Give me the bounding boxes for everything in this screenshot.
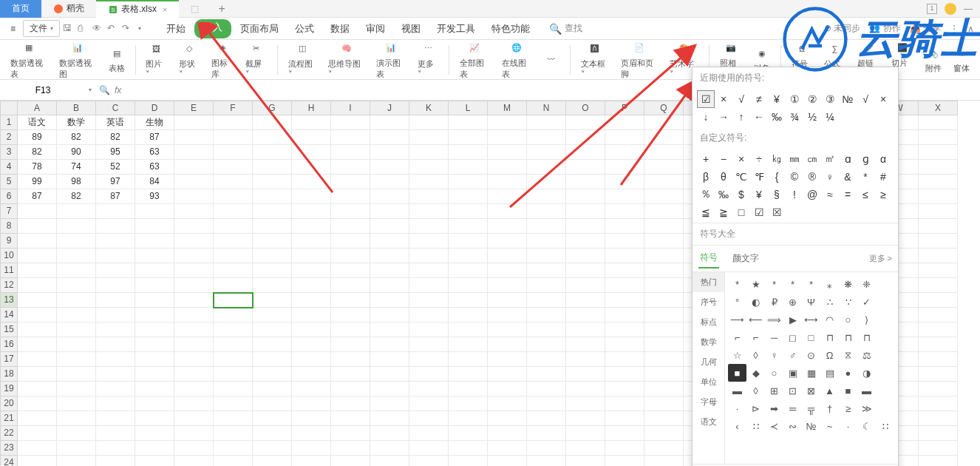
cell-Q20[interactable] bbox=[644, 396, 684, 411]
cell-F1[interactable] bbox=[214, 115, 253, 130]
cell-F20[interactable] bbox=[214, 396, 253, 411]
cell-A3[interactable]: 82 bbox=[18, 145, 57, 160]
custom-symbol-0[interactable]: + bbox=[697, 150, 715, 168]
sp-grid-7-2[interactable]: ➡ bbox=[765, 399, 783, 417]
cell-N19[interactable] bbox=[527, 382, 566, 396]
cell-X6[interactable] bbox=[919, 189, 958, 204]
cell-I24[interactable] bbox=[331, 456, 370, 466]
cell-G24[interactable] bbox=[253, 456, 292, 466]
cell-L4[interactable] bbox=[449, 160, 488, 175]
cell-F19[interactable] bbox=[214, 382, 253, 396]
row-header-11[interactable]: 11 bbox=[0, 263, 18, 278]
cell-Q8[interactable] bbox=[644, 219, 684, 234]
cell-O3[interactable] bbox=[566, 145, 605, 160]
sp-grid-7-6[interactable]: ≥ bbox=[839, 399, 857, 417]
cell-M15[interactable] bbox=[488, 323, 527, 337]
cell-D10[interactable] bbox=[135, 249, 174, 263]
cell-J11[interactable] bbox=[370, 263, 409, 278]
row-header-15[interactable]: 15 bbox=[0, 323, 18, 337]
cell-E7[interactable] bbox=[174, 204, 214, 219]
cell-Q12[interactable] bbox=[644, 278, 684, 293]
cell-O17[interactable] bbox=[566, 352, 605, 367]
sp-grid-6-2[interactable]: ⊞ bbox=[765, 382, 783, 399]
cell-P10[interactable] bbox=[605, 249, 644, 263]
cell-B10[interactable] bbox=[57, 249, 96, 263]
cell-F14[interactable] bbox=[214, 308, 253, 323]
sp-grid-8-4[interactable]: № bbox=[802, 417, 820, 435]
tab-home[interactable]: 首页 bbox=[0, 0, 41, 18]
recent-symbol-18[interactable]: ¼ bbox=[821, 108, 839, 126]
cell-G2[interactable] bbox=[253, 130, 292, 145]
window-min-icon[interactable]: — bbox=[964, 4, 973, 14]
cell-Q24[interactable] bbox=[644, 456, 684, 466]
cell-G20[interactable] bbox=[253, 396, 292, 411]
cell-I6[interactable] bbox=[331, 189, 370, 204]
cell-E10[interactable] bbox=[174, 249, 214, 263]
recent-symbol-4[interactable]: ¥ bbox=[768, 90, 786, 108]
cell-E17[interactable] bbox=[174, 352, 214, 367]
cell-B7[interactable] bbox=[57, 204, 96, 219]
cell-D16[interactable] bbox=[135, 337, 174, 352]
cell-H20[interactable] bbox=[292, 396, 331, 411]
cell-F18[interactable] bbox=[214, 367, 253, 382]
cell-H24[interactable] bbox=[292, 456, 331, 466]
cell-E8[interactable] bbox=[174, 219, 214, 234]
cell-X23[interactable] bbox=[919, 441, 958, 456]
cell-O6[interactable] bbox=[566, 189, 605, 204]
cell-J20[interactable] bbox=[370, 396, 409, 411]
custom-symbol-11[interactable]: β bbox=[697, 168, 715, 186]
cell-A16[interactable] bbox=[18, 337, 57, 352]
sp-grid-4-0[interactable]: ☆ bbox=[728, 346, 746, 364]
cell-O19[interactable] bbox=[566, 382, 605, 396]
ribbon-tab-5[interactable]: 审阅 bbox=[358, 19, 392, 38]
cell-E1[interactable] bbox=[174, 115, 214, 130]
cell-M10[interactable] bbox=[488, 249, 527, 263]
cell-X3[interactable] bbox=[919, 145, 958, 160]
sp-grid-2-4[interactable]: ⟷ bbox=[802, 311, 820, 328]
cell-M14[interactable] bbox=[488, 308, 527, 323]
sp-cat-5[interactable]: 单位 bbox=[693, 372, 724, 392]
cell-A22[interactable] bbox=[18, 426, 57, 441]
cell-P3[interactable] bbox=[605, 145, 644, 160]
custom-symbol-29[interactable]: ≈ bbox=[821, 186, 839, 203]
cell-O4[interactable] bbox=[566, 160, 605, 175]
cell-M20[interactable] bbox=[488, 396, 527, 411]
qa-save-icon[interactable]: 🖫 bbox=[63, 23, 75, 35]
cell-D17[interactable] bbox=[135, 352, 174, 367]
col-header-K[interactable]: K bbox=[409, 101, 449, 115]
sp-grid-8-6[interactable]: · bbox=[839, 417, 857, 435]
cell-I11[interactable] bbox=[331, 263, 370, 278]
cell-I20[interactable] bbox=[331, 396, 370, 411]
ribbon-tab-1[interactable]: 插入 bbox=[194, 19, 231, 38]
cell-G6[interactable] bbox=[253, 189, 292, 204]
row-header-23[interactable]: 23 bbox=[0, 441, 18, 456]
cell-G12[interactable] bbox=[253, 278, 292, 293]
custom-symbol-30[interactable]: = bbox=[839, 186, 857, 203]
cell-L23[interactable] bbox=[449, 441, 488, 456]
cell-P19[interactable] bbox=[605, 382, 644, 396]
cell-N13[interactable] bbox=[527, 293, 566, 308]
ribbon-tab-2[interactable]: 页面布局 bbox=[233, 19, 286, 38]
sp-grid-7-4[interactable]: ╦ bbox=[802, 399, 820, 417]
cell-K1[interactable] bbox=[409, 115, 449, 130]
custom-symbol-31[interactable]: ≤ bbox=[857, 186, 874, 203]
cell-M24[interactable] bbox=[488, 456, 527, 466]
cell-G14[interactable] bbox=[253, 308, 292, 323]
fx-label[interactable]: fx bbox=[115, 85, 121, 95]
ribbon-tab-7[interactable]: 开发工具 bbox=[429, 19, 483, 38]
file-menu[interactable]: 文件▾ bbox=[23, 20, 60, 37]
cell-G3[interactable] bbox=[253, 145, 292, 160]
cell-N24[interactable] bbox=[527, 456, 566, 466]
cell-I19[interactable] bbox=[331, 382, 370, 396]
cell-G1[interactable] bbox=[253, 115, 292, 130]
cell-L10[interactable] bbox=[449, 249, 488, 263]
cell-Q17[interactable] bbox=[644, 352, 684, 367]
cell-G8[interactable] bbox=[253, 219, 292, 234]
col-header-O[interactable]: O bbox=[566, 101, 605, 115]
cell-F7[interactable] bbox=[214, 204, 253, 219]
sp-grid-8-1[interactable]: ∷ bbox=[746, 417, 765, 435]
cell-F13[interactable] bbox=[214, 293, 253, 308]
cell-J1[interactable] bbox=[370, 115, 409, 130]
cell-C8[interactable] bbox=[96, 219, 135, 234]
cell-L6[interactable] bbox=[449, 189, 488, 204]
